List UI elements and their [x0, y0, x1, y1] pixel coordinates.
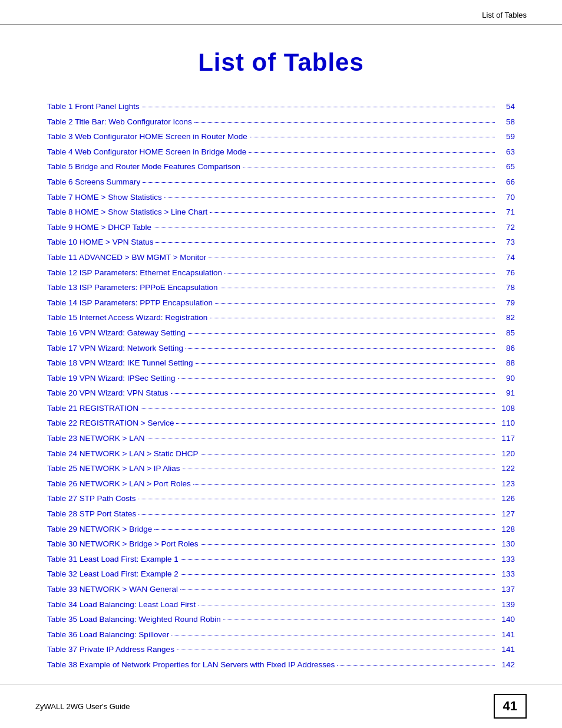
toc-entry[interactable]: Table 11 ADVANCED > BW MGMT > Monitor74: [47, 251, 515, 264]
toc-entry[interactable]: Table 32 Least Load First: Example 2133: [47, 568, 515, 581]
toc-entry[interactable]: Table 12 ISP Parameters: Ethernet Encaps…: [47, 266, 515, 279]
toc-entry-page: 78: [497, 281, 515, 294]
toc-entry-label: Table 37 Private IP Address Ranges: [47, 643, 174, 656]
toc-entry-dots: [215, 303, 495, 304]
toc-entry[interactable]: Table 23 NETWORK > LAN117: [47, 432, 515, 445]
toc-entry-page: 71: [497, 206, 515, 219]
toc-entry[interactable]: Table 22 REGISTRATION > Service110: [47, 417, 515, 430]
toc-entry-label: Table 33 NETWORK > WAN General: [47, 583, 178, 596]
toc-entry[interactable]: Table 18 VPN Wizard: IKE Tunnel Setting8…: [47, 357, 515, 370]
toc-entry[interactable]: Table 37 Private IP Address Ranges141: [47, 643, 515, 656]
page-main-title: List of Tables: [0, 25, 562, 94]
toc-entry-dots: [164, 197, 495, 198]
toc-entry[interactable]: Table 16 VPN Wizard: Gateway Setting85: [47, 327, 515, 340]
toc-entry-dots: [201, 544, 495, 545]
toc-entry-dots: [210, 318, 495, 318]
toc-entry[interactable]: Table 24 NETWORK > LAN > Static DHCP120: [47, 447, 515, 460]
toc-entry-page: 126: [497, 492, 515, 505]
toc-entry[interactable]: Table 17 VPN Wizard: Network Setting86: [47, 342, 515, 355]
toc-entry-dots: [198, 605, 495, 605]
toc-entry[interactable]: Table 13 ISP Parameters: PPPoE Encapsula…: [47, 281, 515, 294]
toc-entry-page: 108: [497, 402, 515, 415]
toc-entry-page: 74: [497, 251, 515, 264]
toc-entry[interactable]: Table 36 Load Balancing: Spillover141: [47, 628, 515, 641]
toc-entry-label: Table 9 HOME > DHCP Table: [47, 221, 151, 234]
toc-entry-dots: [147, 439, 495, 439]
toc-entry-dots: [186, 348, 495, 349]
toc-entry-dots: [143, 182, 495, 183]
toc-entry[interactable]: Table 25 NETWORK > LAN > IP Alias122: [47, 462, 515, 475]
toc-entry[interactable]: Table 5 Bridge and Router Mode Features …: [47, 160, 515, 173]
toc-entry-dots: [223, 620, 495, 620]
toc-entry-dots: [183, 469, 495, 469]
toc-entry-page: 86: [497, 342, 515, 355]
toc-entry-page: 123: [497, 477, 515, 490]
toc-entry-label: Table 12 ISP Parameters: Ethernet Encaps…: [47, 266, 222, 279]
toc-entry-label: Table 20 VPN Wizard: VPN Status: [47, 387, 168, 400]
toc-entry[interactable]: Table 27 STP Path Costs126: [47, 492, 515, 505]
toc-entry[interactable]: Table 1 Front Panel Lights54: [47, 100, 515, 113]
toc-entry[interactable]: Table 4 Web Configurator HOME Screen in …: [47, 146, 515, 159]
toc-entry-page: 133: [497, 568, 515, 581]
toc-entry-label: Table 30 NETWORK > Bridge > Port Roles: [47, 538, 199, 551]
toc-entry-dots: [209, 258, 495, 258]
toc-entry[interactable]: Table 26 NETWORK > LAN > Port Roles123: [47, 477, 515, 490]
toc-entry[interactable]: Table 31 Least Load First: Example 1133: [47, 553, 515, 566]
toc-entry-dots: [210, 212, 495, 213]
toc-entry-dots: [181, 574, 495, 575]
toc-entry-page: 66: [497, 176, 515, 189]
toc-entry-page: 73: [497, 236, 515, 249]
toc-entry-page: 54: [497, 100, 515, 113]
toc-entry[interactable]: Table 35 Load Balancing: Weighted Round …: [47, 613, 515, 626]
toc-entry-page: 141: [497, 643, 515, 656]
toc-entry[interactable]: Table 21 REGISTRATION108: [47, 402, 515, 415]
toc-entry-label: Table 18 VPN Wizard: IKE Tunnel Setting: [47, 357, 193, 370]
toc-entry-page: 137: [497, 583, 515, 596]
toc-entry-label: Table 38 Example of Network Properties f…: [47, 658, 335, 671]
toc-entry-page: 58: [497, 116, 515, 129]
toc-entry-dots: [154, 529, 495, 530]
toc-entry[interactable]: Table 28 STP Port States127: [47, 508, 515, 521]
toc-entry-page: 130: [497, 538, 515, 551]
toc-entry[interactable]: Table 3 Web Configurator HOME Screen in …: [47, 130, 515, 143]
toc-entry[interactable]: Table 7 HOME > Show Statistics70: [47, 191, 515, 204]
toc-entry-dots: [180, 589, 495, 590]
toc-entry-label: Table 1 Front Panel Lights: [47, 100, 140, 113]
toc-entry-label: Table 4 Web Configurator HOME Screen in …: [47, 146, 246, 159]
toc-entry[interactable]: Table 19 VPN Wizard: IPSec Setting90: [47, 372, 515, 385]
toc-entry[interactable]: Table 29 NETWORK > Bridge128: [47, 523, 515, 536]
toc-entry-dots: [337, 665, 495, 666]
toc-entry[interactable]: Table 38 Example of Network Properties f…: [47, 658, 515, 671]
toc-entry-label: Table 27 STP Path Costs: [47, 492, 136, 505]
toc-entry[interactable]: Table 10 HOME > VPN Status73: [47, 236, 515, 249]
header-title: List of Tables: [482, 11, 527, 19]
toc-entry-page: 85: [497, 327, 515, 340]
toc-entry-page: 82: [497, 311, 515, 324]
toc-entry-dots: [154, 228, 495, 228]
toc-entry[interactable]: Table 15 Internet Access Wizard: Registr…: [47, 311, 515, 324]
toc-entry-label: Table 6 Screens Summary: [47, 176, 140, 189]
toc-entry[interactable]: Table 14 ISP Parameters: PPTP Encapsulat…: [47, 297, 515, 309]
toc-entry-page: 90: [497, 372, 515, 385]
toc-entry[interactable]: Table 20 VPN Wizard: VPN Status91: [47, 387, 515, 400]
toc-entry[interactable]: Table 34 Load Balancing: Least Load Firs…: [47, 598, 515, 611]
toc-entry-dots: [196, 363, 495, 364]
toc-entry[interactable]: Table 9 HOME > DHCP Table72: [47, 221, 515, 234]
toc-entry[interactable]: Table 30 NETWORK > Bridge > Port Roles13…: [47, 538, 515, 551]
toc-entry-page: 110: [497, 417, 515, 430]
toc-entry-page: 63: [497, 146, 515, 159]
toc-entry[interactable]: Table 6 Screens Summary66: [47, 176, 515, 189]
toc-entry[interactable]: Table 33 NETWORK > WAN General137: [47, 583, 515, 596]
toc-entry-dots: [188, 333, 495, 334]
toc-entry-page: 79: [497, 297, 515, 309]
toc-entry[interactable]: Table 8 HOME > Show Statistics > Line Ch…: [47, 206, 515, 219]
toc-entry-page: 91: [497, 387, 515, 400]
toc-entry-dots: [138, 499, 495, 499]
toc-entry-label: Table 32 Least Load First: Example 2: [47, 568, 178, 581]
toc-entry-label: Table 2 Title Bar: Web Configurator Icon…: [47, 116, 192, 129]
toc-entry-dots: [156, 242, 495, 243]
toc-entry-page: 117: [497, 432, 515, 445]
toc-entry-page: 142: [497, 658, 515, 671]
footer-page-number: 41: [494, 694, 527, 719]
toc-entry[interactable]: Table 2 Title Bar: Web Configurator Icon…: [47, 116, 515, 129]
